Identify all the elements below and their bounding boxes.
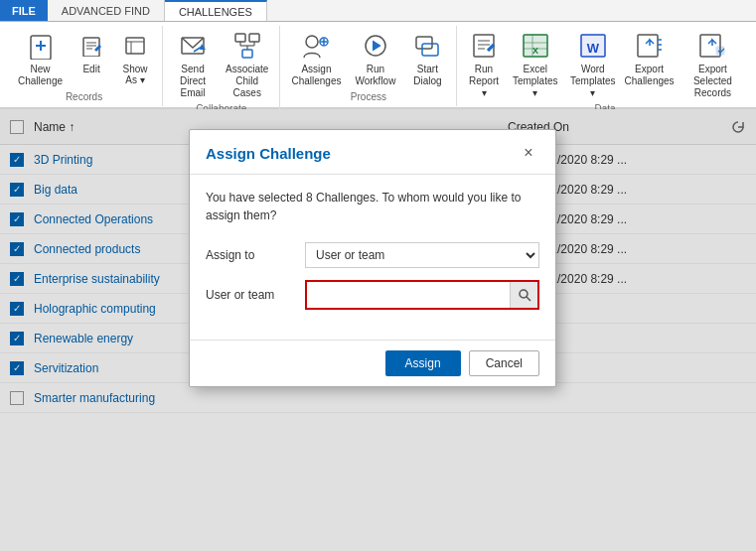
svg-text:X: X <box>532 46 538 56</box>
user-or-team-search-button[interactable] <box>510 282 537 308</box>
new-challenge-label: NewChallenge <box>18 64 63 87</box>
edit-label: Edit <box>82 64 99 74</box>
svg-line-48 <box>527 297 530 301</box>
tab-advanced-find[interactable]: ADVANCED FIND <box>48 0 165 21</box>
svg-rect-41 <box>638 35 658 57</box>
cancel-button[interactable]: Cancel <box>469 350 539 376</box>
export-challenges-button[interactable]: ExportChallenges <box>624 26 675 89</box>
svg-rect-16 <box>242 50 252 58</box>
svg-point-47 <box>520 290 528 298</box>
assign-button[interactable]: Assign <box>385 350 461 376</box>
svg-rect-8 <box>126 38 144 54</box>
export-challenges-label: ExportChallenges <box>625 64 675 87</box>
process-group-label: Process <box>286 91 450 102</box>
associate-child-cases-label: Associate ChildCases <box>226 64 268 99</box>
tab-file[interactable]: FILE <box>0 0 48 21</box>
edit-button[interactable]: Edit <box>71 26 112 76</box>
svg-rect-14 <box>235 34 245 42</box>
associate-child-cases-button[interactable]: Associate ChildCases <box>221 26 273 101</box>
svg-rect-15 <box>249 34 259 42</box>
modal-title: Assign Challenge <box>206 145 331 162</box>
user-or-team-input[interactable] <box>307 282 510 308</box>
start-dialog-button[interactable]: StartDialog <box>404 26 450 89</box>
assign-challenges-button[interactable]: AssignChallenges <box>286 26 346 89</box>
word-templates-label: WordTemplates ▾ <box>570 64 616 99</box>
assign-challenges-label: AssignChallenges <box>291 64 341 87</box>
modal-description: You have selected 8 Challenges. To whom … <box>206 189 539 224</box>
run-workflow-button[interactable]: RunWorkflow <box>350 26 400 89</box>
modal-close-button[interactable]: × <box>518 142 539 164</box>
excel-templates-button[interactable]: X ExcelTemplates ▾ <box>509 26 562 101</box>
assign-to-label: Assign to <box>206 248 305 262</box>
send-direct-email-label: Send DirectEmail <box>174 64 212 99</box>
word-templates-button[interactable]: W WordTemplates ▾ <box>566 26 620 101</box>
send-direct-email-button[interactable]: Send DirectEmail <box>169 26 217 101</box>
export-selected-records-button[interactable]: Export SelectedRecords <box>679 26 746 101</box>
search-icon <box>518 288 531 302</box>
run-workflow-label: RunWorkflow <box>355 64 395 87</box>
assign-to-select[interactable]: User or team <box>305 242 539 268</box>
records-group-label: Records <box>12 91 156 102</box>
show-as-button[interactable]: ShowAs ▾ <box>114 26 156 87</box>
svg-rect-27 <box>422 44 438 56</box>
tab-challenges[interactable]: CHALLENGES <box>165 0 267 21</box>
svg-point-21 <box>306 36 318 48</box>
assign-challenge-modal: Assign Challenge × You have selected 8 C… <box>189 129 556 387</box>
show-as-label: ShowAs ▾ <box>123 64 148 85</box>
run-report-button[interactable]: RunReport ▾ <box>463 26 504 101</box>
new-challenge-button[interactable]: NewChallenge <box>12 26 69 89</box>
run-report-label: RunReport ▾ <box>468 64 499 99</box>
export-selected-records-label: Export SelectedRecords <box>683 64 741 99</box>
svg-text:W: W <box>587 41 600 56</box>
user-or-team-label: User or team <box>206 288 305 302</box>
excel-templates-label: ExcelTemplates ▾ <box>513 64 558 99</box>
start-dialog-label: StartDialog <box>413 64 441 87</box>
svg-rect-26 <box>416 37 432 49</box>
